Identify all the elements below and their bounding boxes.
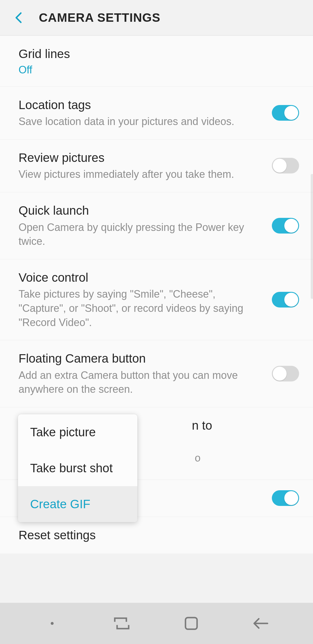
- setting-location-tags[interactable]: Location tags Save location data in your…: [0, 87, 313, 140]
- toggle-review-pictures[interactable]: [272, 158, 299, 173]
- toggle-shutter-sound[interactable]: [272, 490, 299, 506]
- scroll-indicator[interactable]: [311, 174, 313, 299]
- nav-back-icon[interactable]: [252, 615, 270, 632]
- toggle-floating-button[interactable]: [272, 366, 299, 381]
- back-icon[interactable]: [13, 12, 24, 23]
- setting-reset[interactable]: Reset settings: [0, 517, 313, 554]
- nav-hide-icon[interactable]: [43, 615, 61, 632]
- popup-item-take-picture[interactable]: Take picture: [18, 414, 137, 450]
- toggle-thumb: [273, 367, 287, 381]
- toggle-voice-control[interactable]: [272, 292, 299, 307]
- setting-title: Reset settings: [19, 527, 290, 543]
- setting-subtitle: Open Camera by quickly pressing the Powe…: [19, 220, 263, 249]
- toggle-thumb: [284, 293, 298, 307]
- toggle-location-tags[interactable]: [272, 105, 299, 121]
- setting-floating-button[interactable]: Floating Camera button Add an extra Came…: [0, 340, 313, 407]
- popup-menu: Take picture Take burst shot Create GIF: [18, 414, 137, 522]
- svg-rect-1: [185, 618, 197, 629]
- setting-subtitle: Save location data in your pictures and …: [19, 115, 263, 129]
- setting-title: Floating Camera button: [19, 351, 263, 367]
- setting-subtitle: Take pictures by saying "Smile", "Cheese…: [19, 287, 263, 330]
- setting-title: Location tags: [19, 97, 263, 113]
- popup-item-take-burst[interactable]: Take burst shot: [18, 450, 137, 486]
- setting-title: Quick launch: [19, 203, 263, 219]
- popup-item-create-gif[interactable]: Create GIF: [18, 486, 137, 522]
- toggle-thumb: [284, 106, 298, 120]
- toggle-quick-launch[interactable]: [272, 218, 299, 234]
- page-title: CAMERA SETTINGS: [39, 11, 160, 25]
- setting-title: Review pictures: [19, 150, 263, 166]
- toggle-thumb: [273, 159, 287, 173]
- setting-title: Grid lines: [19, 46, 290, 62]
- toggle-thumb: [284, 491, 298, 505]
- setting-quick-launch[interactable]: Quick launch Open Camera by quickly pres…: [0, 192, 313, 259]
- setting-voice-control[interactable]: Voice control Take pictures by saying "S…: [0, 259, 313, 340]
- navigation-bar: [0, 603, 313, 644]
- setting-review-pictures[interactable]: Review pictures View pictures immediatel…: [0, 140, 313, 192]
- svg-point-0: [51, 622, 54, 625]
- header: CAMERA SETTINGS: [0, 0, 313, 35]
- setting-value: Off: [19, 64, 290, 76]
- setting-subtitle: View pictures immediately after you take…: [19, 167, 263, 182]
- nav-recents-icon[interactable]: [113, 615, 130, 632]
- toggle-thumb: [284, 219, 298, 233]
- nav-home-icon[interactable]: [183, 615, 200, 632]
- setting-title: Voice control: [19, 270, 263, 286]
- setting-subtitle: Add an extra Camera button that you can …: [19, 368, 263, 397]
- setting-grid-lines[interactable]: Grid lines Off: [0, 36, 313, 87]
